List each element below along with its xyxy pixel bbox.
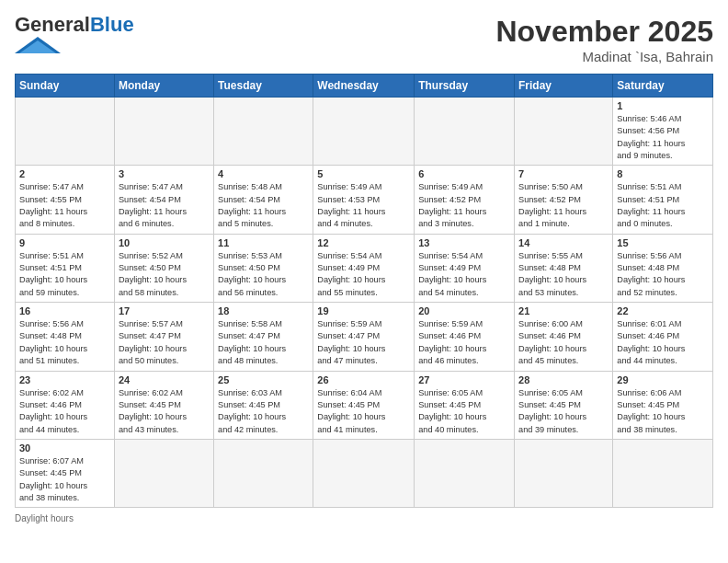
month-title: November 2025 [495,15,713,49]
logo-wordmark: GeneralBlue [15,15,134,35]
day-info: Sunrise: 6:05 AM Sunset: 4:45 PM Dayligh… [518,387,609,436]
calendar-day-cell: 16Sunrise: 5:56 AM Sunset: 4:48 PM Dayli… [16,303,115,371]
day-number: 7 [518,168,609,179]
day-number: 12 [317,237,410,248]
day-info: Sunrise: 5:56 AM Sunset: 4:48 PM Dayligh… [617,250,709,299]
calendar-week-row: 23Sunrise: 6:02 AM Sunset: 4:46 PM Dayli… [16,371,713,439]
calendar-week-row: 30Sunrise: 6:07 AM Sunset: 4:45 PM Dayli… [16,439,713,507]
calendar-day-cell: 24Sunrise: 6:02 AM Sunset: 4:45 PM Dayli… [114,371,213,439]
calendar-day-cell [16,98,115,166]
calendar-day-cell: 2Sunrise: 5:47 AM Sunset: 4:55 PM Daylig… [16,166,115,234]
day-info: Sunrise: 5:50 AM Sunset: 4:52 PM Dayligh… [518,181,609,230]
calendar-day-cell: 26Sunrise: 6:04 AM Sunset: 4:45 PM Dayli… [313,371,415,439]
day-info: Sunrise: 5:55 AM Sunset: 4:48 PM Dayligh… [518,250,609,299]
day-info: Sunrise: 6:05 AM Sunset: 4:45 PM Dayligh… [418,387,510,436]
day-info: Sunrise: 6:01 AM Sunset: 4:46 PM Dayligh… [617,318,709,367]
calendar-day-cell [114,98,213,166]
calendar-day-cell: 12Sunrise: 5:54 AM Sunset: 4:49 PM Dayli… [313,234,415,302]
days-of-week-row: SundayMondayTuesdayWednesdayThursdayFrid… [16,75,713,98]
calendar-day-cell: 11Sunrise: 5:53 AM Sunset: 4:50 PM Dayli… [214,234,313,302]
day-info: Sunrise: 5:46 AM Sunset: 4:56 PM Dayligh… [617,113,709,162]
day-number: 26 [317,374,410,385]
day-number: 16 [19,305,110,316]
calendar-day-cell [313,98,415,166]
day-of-week-header: Wednesday [313,75,415,98]
calendar-day-cell: 15Sunrise: 5:56 AM Sunset: 4:48 PM Dayli… [613,234,713,302]
calendar-day-cell: 17Sunrise: 5:57 AM Sunset: 4:47 PM Dayli… [114,303,213,371]
day-info: Sunrise: 5:59 AM Sunset: 4:47 PM Dayligh… [317,318,410,367]
day-info: Sunrise: 5:49 AM Sunset: 4:53 PM Dayligh… [317,181,410,230]
day-number: 23 [19,374,110,385]
day-info: Sunrise: 5:52 AM Sunset: 4:50 PM Dayligh… [119,250,210,299]
calendar-day-cell: 4Sunrise: 5:48 AM Sunset: 4:54 PM Daylig… [214,166,313,234]
calendar-week-row: 16Sunrise: 5:56 AM Sunset: 4:48 PM Dayli… [16,303,713,371]
day-info: Sunrise: 5:51 AM Sunset: 4:51 PM Dayligh… [19,250,110,299]
day-number: 14 [518,237,609,248]
calendar-day-cell: 14Sunrise: 5:55 AM Sunset: 4:48 PM Dayli… [515,234,613,302]
calendar-day-cell [214,439,313,507]
day-number: 15 [617,237,709,248]
calendar-day-cell [415,439,515,507]
day-info: Sunrise: 5:47 AM Sunset: 4:54 PM Dayligh… [119,181,210,230]
calendar-day-cell: 9Sunrise: 5:51 AM Sunset: 4:51 PM Daylig… [16,234,115,302]
day-of-week-header: Tuesday [214,75,313,98]
logo-blue: Blue [90,13,134,36]
calendar-body: 1Sunrise: 5:46 AM Sunset: 4:56 PM Daylig… [16,98,713,508]
calendar-day-cell [515,98,613,166]
calendar-day-cell [313,439,415,507]
day-number: 18 [218,305,309,316]
calendar-day-cell: 28Sunrise: 6:05 AM Sunset: 4:45 PM Dayli… [515,371,613,439]
day-number: 8 [617,168,709,179]
calendar-day-cell: 8Sunrise: 5:51 AM Sunset: 4:51 PM Daylig… [613,166,713,234]
day-number: 24 [119,374,210,385]
calendar-day-cell: 18Sunrise: 5:58 AM Sunset: 4:47 PM Dayli… [214,303,313,371]
calendar-week-row: 9Sunrise: 5:51 AM Sunset: 4:51 PM Daylig… [16,234,713,302]
day-info: Sunrise: 5:59 AM Sunset: 4:46 PM Dayligh… [418,318,510,367]
page-header: GeneralBlue November 2025 Madinat `Isa, … [15,15,713,64]
day-info: Sunrise: 6:06 AM Sunset: 4:45 PM Dayligh… [617,387,709,436]
day-number: 2 [19,168,110,179]
day-number: 9 [19,237,110,248]
day-info: Sunrise: 5:51 AM Sunset: 4:51 PM Dayligh… [617,181,709,230]
calendar-day-cell: 21Sunrise: 6:00 AM Sunset: 4:46 PM Dayli… [515,303,613,371]
calendar-week-row: 1Sunrise: 5:46 AM Sunset: 4:56 PM Daylig… [16,98,713,166]
day-number: 1 [617,100,709,111]
calendar-day-cell: 27Sunrise: 6:05 AM Sunset: 4:45 PM Dayli… [415,371,515,439]
day-info: Sunrise: 6:02 AM Sunset: 4:46 PM Dayligh… [19,387,110,436]
calendar-day-cell: 10Sunrise: 5:52 AM Sunset: 4:50 PM Dayli… [114,234,213,302]
day-info: Sunrise: 6:00 AM Sunset: 4:46 PM Dayligh… [518,318,609,367]
day-of-week-header: Saturday [613,75,713,98]
day-info: Sunrise: 6:03 AM Sunset: 4:45 PM Dayligh… [218,387,309,436]
calendar-day-cell: 29Sunrise: 6:06 AM Sunset: 4:45 PM Dayli… [613,371,713,439]
day-of-week-header: Thursday [415,75,515,98]
day-number: 5 [317,168,410,179]
calendar-day-cell [214,98,313,166]
day-of-week-header: Friday [515,75,613,98]
day-info: Sunrise: 6:02 AM Sunset: 4:45 PM Dayligh… [119,387,210,436]
day-number: 13 [418,237,510,248]
calendar-day-cell [114,439,213,507]
logo: GeneralBlue [15,15,134,53]
day-number: 11 [218,237,309,248]
location-subtitle: Madinat `Isa, Bahrain [495,49,713,64]
calendar-day-cell: 3Sunrise: 5:47 AM Sunset: 4:54 PM Daylig… [114,166,213,234]
calendar-day-cell: 23Sunrise: 6:02 AM Sunset: 4:46 PM Dayli… [16,371,115,439]
day-number: 4 [218,168,309,179]
day-info: Sunrise: 5:58 AM Sunset: 4:47 PM Dayligh… [218,318,309,367]
day-number: 29 [617,374,709,385]
day-info: Sunrise: 6:04 AM Sunset: 4:45 PM Dayligh… [317,387,410,436]
calendar-day-cell: 1Sunrise: 5:46 AM Sunset: 4:56 PM Daylig… [613,98,713,166]
day-info: Sunrise: 5:47 AM Sunset: 4:55 PM Dayligh… [19,181,110,230]
logo-general: General [15,13,90,36]
calendar-day-cell [415,98,515,166]
calendar-day-cell: 22Sunrise: 6:01 AM Sunset: 4:46 PM Dayli… [613,303,713,371]
day-number: 22 [617,305,709,316]
calendar-week-row: 2Sunrise: 5:47 AM Sunset: 4:55 PM Daylig… [16,166,713,234]
logo-icon [15,37,61,53]
calendar-day-cell: 5Sunrise: 5:49 AM Sunset: 4:53 PM Daylig… [313,166,415,234]
day-number: 17 [119,305,210,316]
day-number: 25 [218,374,309,385]
day-info: Sunrise: 5:54 AM Sunset: 4:49 PM Dayligh… [317,250,410,299]
calendar-day-cell: 7Sunrise: 5:50 AM Sunset: 4:52 PM Daylig… [515,166,613,234]
calendar-day-cell [613,439,713,507]
